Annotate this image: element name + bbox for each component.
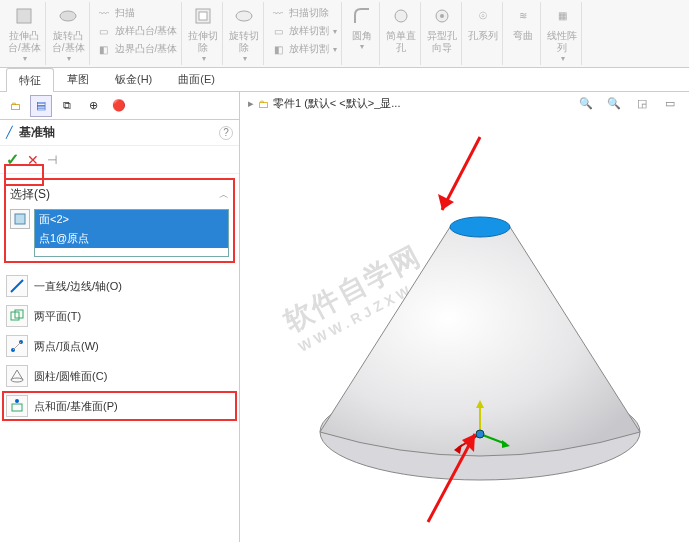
- breadcrumb[interactable]: ▸ 🗀 零件1 (默认< <默认>_显...: [248, 96, 400, 111]
- panel-tab-dimxpert[interactable]: ⊕: [82, 95, 104, 117]
- axis-icon: ╱: [6, 126, 13, 139]
- list-icon: ▤: [36, 99, 46, 112]
- panel-tabs: 🗀 ▤ ⧉ ⊕ 🔴: [0, 92, 239, 120]
- hole-series-button[interactable]: ⦾ 孔系列: [468, 4, 498, 42]
- method-label: 圆柱/圆锥面(C): [34, 369, 107, 384]
- panel-tab-feature-tree[interactable]: 🗀: [4, 95, 26, 117]
- panel-tab-appearance[interactable]: 🔴: [108, 95, 130, 117]
- cube-icon: [12, 4, 36, 28]
- cone-model[interactable]: [280, 132, 660, 512]
- method-two-points[interactable]: 两点/顶点(W): [2, 331, 237, 361]
- confirm-row: ✓ ✕ ⊣: [0, 146, 239, 174]
- pin-button[interactable]: ⊣: [47, 153, 57, 167]
- hole-wizard-button[interactable]: 异型孔 向导: [427, 4, 457, 54]
- selection-header: 选择(S): [10, 186, 50, 203]
- cancel-button[interactable]: ✕: [27, 152, 39, 168]
- fillet-button[interactable]: 圆角▾: [350, 4, 374, 52]
- sweep-icon: 〰: [96, 5, 112, 21]
- ok-button[interactable]: ✓: [6, 150, 19, 169]
- collapse-icon[interactable]: ︿: [219, 188, 229, 202]
- display-style-icon[interactable]: ▭: [661, 94, 679, 112]
- hole-icon: [389, 4, 413, 28]
- svg-point-15: [11, 378, 23, 382]
- target-icon: ⊕: [89, 99, 98, 112]
- swept-boss-button[interactable]: 〰扫描: [96, 5, 135, 21]
- wrap-icon: ≋: [511, 4, 535, 28]
- cut-icon: [191, 4, 215, 28]
- method-point-face[interactable]: 点和面/基准面(P): [2, 391, 237, 421]
- boundary-cut-button[interactable]: ◧放样切割▾: [270, 41, 337, 57]
- feature-title: 基准轴: [19, 124, 55, 141]
- hole-wizard-icon: [430, 4, 454, 28]
- zoom-area-icon[interactable]: 🔍: [605, 94, 623, 112]
- line-icon: [6, 275, 28, 297]
- selection-list[interactable]: 面<2> 点1@原点: [34, 209, 229, 257]
- pattern-icon: ▦: [550, 4, 574, 28]
- simple-hole-button[interactable]: 简单直 孔: [386, 4, 416, 54]
- loft-cut-icon: ▭: [270, 23, 286, 39]
- svg-point-7: [440, 14, 444, 18]
- reference-icon[interactable]: [10, 209, 30, 229]
- ribbon-toolbar: 拉伸凸 台/基体▾ 旋转凸 台/基体▾ 〰扫描 ▭放样凸台/基体 ◧边界凸台/基…: [0, 0, 689, 68]
- sweep-cut-icon: 〰: [270, 5, 286, 21]
- extrude-cut-button[interactable]: 拉伸切 除▾: [188, 4, 218, 64]
- method-label: 点和面/基准面(P): [34, 399, 118, 414]
- selection-item[interactable]: 点1@原点: [35, 229, 228, 248]
- svg-point-4: [236, 11, 252, 21]
- two-planes-icon: [6, 305, 28, 327]
- svg-line-14: [13, 342, 21, 350]
- property-manager-panel: 🗀 ▤ ⧉ ⊕ 🔴 ╱ 基准轴 ? ✓ ✕ ⊣ 选择(S) ︿: [0, 92, 240, 542]
- config-icon: ⧉: [63, 99, 71, 112]
- tab-sketch[interactable]: 草图: [54, 67, 102, 91]
- selected-face[interactable]: [450, 217, 510, 237]
- panel-tab-property-manager[interactable]: ▤: [30, 95, 52, 117]
- tree-icon: 🗀: [10, 100, 21, 112]
- svg-rect-0: [17, 9, 31, 23]
- method-one-line[interactable]: 一直线/边线/轴(O): [2, 271, 237, 301]
- fillet-icon: [350, 4, 374, 28]
- selection-section: 选择(S) ︿ 面<2> 点1@原点: [4, 178, 235, 263]
- revolve-cut-button[interactable]: 旋转切 除▾: [229, 4, 259, 64]
- zoom-fit-icon[interactable]: 🔍: [577, 94, 595, 112]
- view-tools: 🔍 🔍 ◲ ▭: [577, 94, 679, 112]
- view-orientation-icon[interactable]: ◲: [633, 94, 651, 112]
- expand-icon[interactable]: ▸: [248, 97, 254, 110]
- method-two-planes[interactable]: 两平面(T): [2, 301, 237, 331]
- selected-point[interactable]: [476, 430, 484, 438]
- part-icon: 🗀: [258, 98, 269, 110]
- svg-line-9: [11, 280, 23, 292]
- appearance-icon: 🔴: [112, 99, 126, 112]
- svg-point-19: [15, 399, 19, 403]
- panel-tab-config[interactable]: ⧉: [56, 95, 78, 117]
- part-name[interactable]: 零件1 (默认< <默认>_显...: [273, 96, 400, 111]
- boundary-cut-icon: ◧: [270, 41, 286, 57]
- wrap-button[interactable]: ≋ 弯曲: [511, 4, 535, 42]
- tab-features[interactable]: 特征: [6, 68, 54, 92]
- method-label: 一直线/边线/轴(O): [34, 279, 122, 294]
- method-label: 两平面(T): [34, 309, 81, 324]
- loft-cut-button[interactable]: ▭放样切割▾: [270, 23, 337, 39]
- document-tabs: 特征 草图 钣金(H) 曲面(E): [0, 68, 689, 92]
- svg-point-5: [395, 10, 407, 22]
- tab-surface[interactable]: 曲面(E): [165, 67, 228, 91]
- linear-pattern-button[interactable]: ▦ 线性阵 列▾: [547, 4, 577, 64]
- svg-point-1: [60, 11, 76, 21]
- extrude-boss-button[interactable]: 拉伸凸 台/基体▾: [8, 4, 41, 64]
- svg-rect-18: [12, 404, 22, 411]
- revolve-icon: [56, 4, 80, 28]
- selection-item[interactable]: 面<2>: [35, 210, 228, 229]
- revolve-boss-button[interactable]: 旋转凸 台/基体▾: [52, 4, 85, 64]
- tab-sheetmetal[interactable]: 钣金(H): [102, 67, 165, 91]
- help-icon[interactable]: ?: [219, 126, 233, 140]
- loft-icon: ▭: [96, 23, 112, 39]
- method-label: 两点/顶点(W): [34, 339, 99, 354]
- graphics-viewport[interactable]: ▸ 🗀 零件1 (默认< <默认>_显... 🔍 🔍 ◲ ▭ 软件自学网 WWW…: [240, 92, 689, 542]
- point-face-icon: [6, 395, 28, 417]
- svg-rect-3: [199, 12, 207, 20]
- hole-series-icon: ⦾: [471, 4, 495, 28]
- revolve-cut-icon: [232, 4, 256, 28]
- loft-boss-button[interactable]: ▭放样凸台/基体: [96, 23, 178, 39]
- method-cylinder-cone[interactable]: 圆柱/圆锥面(C): [2, 361, 237, 391]
- swept-cut-button[interactable]: 〰扫描切除: [270, 5, 329, 21]
- boundary-boss-button[interactable]: ◧边界凸台/基体: [96, 41, 178, 57]
